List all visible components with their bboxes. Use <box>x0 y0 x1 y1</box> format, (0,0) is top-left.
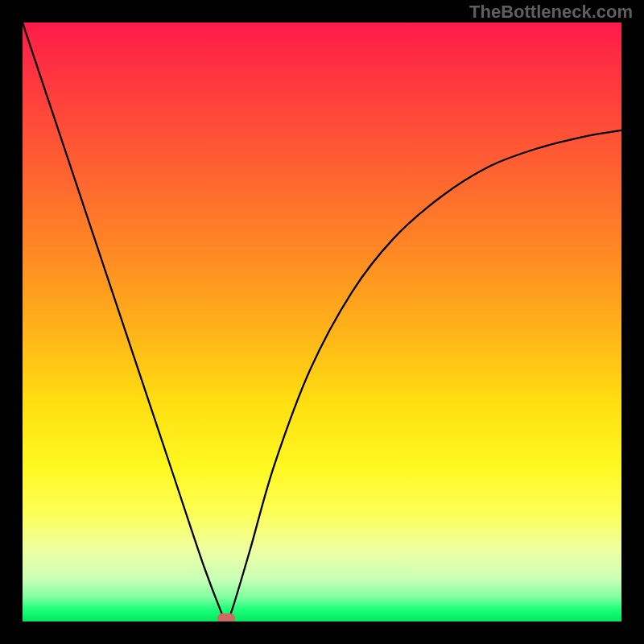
optimal-point-marker <box>217 613 235 621</box>
bottleneck-curve <box>23 23 621 621</box>
watermark-text: TheBottleneck.com <box>469 2 633 23</box>
plot-area <box>23 23 621 621</box>
chart-frame: TheBottleneck.com <box>0 0 644 644</box>
